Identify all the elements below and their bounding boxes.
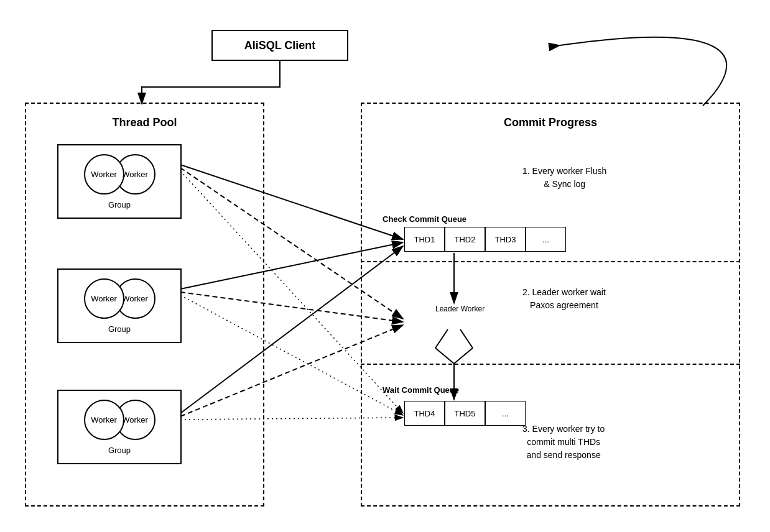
section-divider-2	[361, 364, 740, 365]
check-commit-queue-label: Check Commit Queue	[383, 214, 466, 224]
worker-circle-3a: Worker	[84, 400, 124, 440]
wait-commit-queue-label: Wait Commit Queue	[383, 385, 459, 395]
worker-circle-1a: Worker	[84, 154, 124, 195]
leader-worker-label: Leader Worker	[435, 305, 485, 313]
step1-text: 1. Every worker Flush & Sync log	[522, 165, 606, 191]
worker-circles-2: Worker Worker	[84, 278, 155, 319]
worker-group-2: Worker Worker Group	[57, 268, 182, 343]
worker-circles-3: Worker Worker	[84, 400, 155, 440]
queue-cell-thd4: THD4	[404, 401, 445, 426]
diagram-container: AliSQL Client Thread Pool Worker Worker …	[0, 0, 770, 532]
section-divider-1	[361, 261, 740, 262]
commit-progress-title: Commit Progress	[362, 116, 739, 129]
queue-cell-thd1: THD1	[404, 227, 445, 252]
worker-group-1: Worker Worker Group	[57, 144, 182, 219]
worker-group-label-1: Group	[108, 200, 131, 209]
worker-group-label-3: Group	[108, 446, 131, 455]
wait-commit-queue: THD4 THD5 ...	[404, 401, 526, 426]
thread-pool-title: Thread Pool	[26, 116, 263, 129]
queue-cell-thd3: THD3	[485, 227, 526, 252]
queue-cell-thd5: THD5	[445, 401, 485, 426]
check-commit-queue: THD1 THD2 THD3 ...	[404, 227, 566, 252]
queue-cell-thd2: THD2	[445, 227, 485, 252]
worker-group-label-2: Group	[108, 324, 131, 334]
queue-cell-thd-etc: ...	[526, 227, 566, 252]
worker-circles-1: Worker Worker	[84, 154, 155, 195]
step3-text: 3. Every worker try to commit multi THDs…	[522, 423, 605, 462]
step2-text: 2. Leader worker wait Paxos agreement	[522, 286, 606, 312]
alisql-client-box: AliSQL Client	[211, 30, 348, 61]
thread-pool-box: Thread Pool Worker Worker Group Worker W…	[25, 103, 264, 507]
alisql-client-label: AliSQL Client	[244, 39, 316, 52]
worker-group-3: Worker Worker Group	[57, 390, 182, 464]
worker-circle-2a: Worker	[84, 278, 124, 319]
queue-cell-wait-etc: ...	[485, 401, 526, 426]
